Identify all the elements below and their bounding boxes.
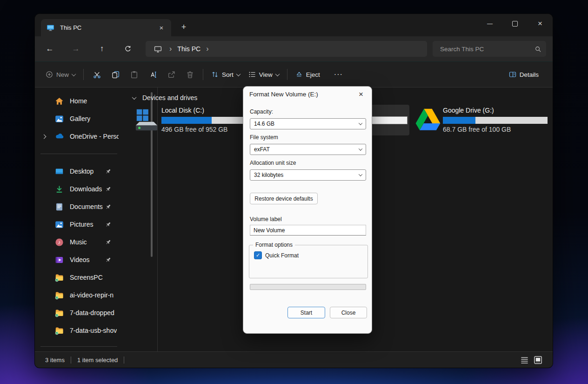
command-toolbar: New Sort View bbox=[35, 61, 553, 88]
drive-usage-fill bbox=[443, 117, 475, 124]
sidebar-item-7-data-dropped[interactable]: 7-data-dropped bbox=[35, 304, 123, 322]
status-divider bbox=[124, 357, 124, 364]
allocation-dropdown[interactable]: 32 kilobytes bbox=[250, 169, 366, 181]
sidebar-item-ai-video-repir[interactable]: ai-video-repir-n bbox=[35, 286, 123, 304]
new-tab-button[interactable]: + bbox=[177, 20, 191, 34]
synced-folder-icon bbox=[55, 309, 64, 317]
sidebar-item-label: Downloads bbox=[70, 185, 102, 193]
onedrive-cloud-icon bbox=[55, 132, 64, 141]
downloads-icon bbox=[55, 185, 64, 194]
this-pc-monitor-icon bbox=[47, 24, 54, 32]
paste-button[interactable] bbox=[125, 66, 143, 83]
sidebar-item-home[interactable]: Home bbox=[35, 92, 123, 110]
new-label: New bbox=[56, 71, 69, 78]
home-icon bbox=[55, 97, 64, 106]
dialog-close-icon[interactable]: × bbox=[356, 89, 366, 100]
forward-button[interactable]: → bbox=[67, 40, 84, 57]
maximize-button[interactable] bbox=[502, 14, 528, 34]
chevron-right-icon[interactable] bbox=[42, 134, 47, 139]
google-drive-icon bbox=[415, 107, 441, 132]
tab-this-pc[interactable]: This PC × bbox=[41, 19, 171, 36]
eject-button[interactable]: Eject bbox=[291, 66, 327, 83]
breadcrumb[interactable]: › This PC › bbox=[146, 41, 427, 57]
start-button[interactable]: Start bbox=[287, 307, 325, 318]
close-button[interactable]: × bbox=[528, 14, 553, 34]
documents-icon bbox=[55, 202, 64, 211]
more-options-button[interactable]: ··· bbox=[334, 70, 343, 79]
maximize-icon bbox=[512, 21, 518, 27]
sidebar-item-downloads[interactable]: Downloads bbox=[35, 180, 123, 198]
sidebar-item-label: Pictures bbox=[70, 221, 94, 228]
chevron-down-icon bbox=[236, 72, 241, 76]
capacity-label: Capacity: bbox=[250, 108, 273, 115]
details-button[interactable]: Details bbox=[505, 66, 546, 83]
copy-button[interactable] bbox=[106, 66, 125, 83]
back-button[interactable]: ← bbox=[41, 40, 58, 57]
new-button[interactable]: New bbox=[41, 66, 80, 83]
sidebar-item-music[interactable]: ♪ Music bbox=[35, 233, 123, 251]
eject-label: Eject bbox=[306, 71, 320, 78]
videos-icon bbox=[55, 256, 64, 264]
tab-title: This PC bbox=[60, 24, 156, 31]
capacity-dropdown[interactable]: 14.6 GB bbox=[250, 118, 366, 129]
status-bar: 3 items 1 item selected bbox=[35, 351, 553, 368]
delete-button[interactable] bbox=[180, 66, 199, 83]
section-title: Devices and drives bbox=[142, 94, 197, 101]
pin-icon bbox=[105, 256, 112, 263]
details-view-icon[interactable] bbox=[520, 356, 529, 364]
dialog-close-button[interactable]: Close bbox=[330, 307, 367, 318]
volume-label-input[interactable] bbox=[250, 225, 366, 236]
up-button[interactable]: ↑ bbox=[94, 40, 110, 57]
sidebar-item-label: 7-data-dropped bbox=[70, 309, 114, 317]
quick-format-label: Quick Format bbox=[265, 252, 299, 259]
toolbar-divider bbox=[83, 69, 84, 80]
sidebar-item-pictures[interactable]: Pictures bbox=[35, 216, 123, 233]
details-label: Details bbox=[520, 71, 539, 78]
quick-format-row[interactable]: ✓ Quick Format bbox=[254, 251, 299, 259]
volume-label-label: Volume label bbox=[250, 216, 282, 222]
sidebar-item-7-data-usb[interactable]: 7-data-usb-shov bbox=[35, 322, 123, 339]
capacity-value: 14.6 GB bbox=[254, 121, 274, 127]
cut-button[interactable] bbox=[87, 66, 106, 83]
quick-format-checkbox[interactable]: ✓ bbox=[254, 251, 262, 259]
sidebar-item-label: OneDrive - Perso bbox=[70, 133, 119, 140]
synced-folder-icon bbox=[55, 326, 64, 335]
sidebar-item-label: Music bbox=[70, 238, 87, 246]
dialog-title: Format New Volume (E:) bbox=[249, 91, 318, 98]
restore-defaults-button[interactable]: Restore device defaults bbox=[250, 193, 318, 204]
view-button[interactable]: View bbox=[244, 66, 283, 83]
view-label: View bbox=[259, 71, 273, 78]
drive-free-space: 68.7 GB free of 100 GB bbox=[443, 126, 511, 133]
sidebar-item-label: Desktop bbox=[70, 168, 94, 175]
chevron-down-icon bbox=[72, 72, 76, 76]
allocation-label: Allocation unit size bbox=[250, 160, 296, 166]
breadcrumb-this-pc[interactable]: This PC bbox=[177, 45, 200, 53]
sort-button[interactable]: Sort bbox=[207, 66, 244, 83]
pin-icon bbox=[105, 203, 112, 210]
sidebar-item-desktop[interactable]: Desktop bbox=[35, 162, 123, 180]
sidebar-item-screenspc[interactable]: ScreensPC bbox=[35, 269, 123, 286]
sidebar-item-onedrive[interactable]: OneDrive - Perso bbox=[35, 128, 123, 145]
drive-tile-google-drive-g[interactable]: Google Drive (G:) 68.7 GB free of 100 GB bbox=[414, 105, 548, 135]
drive-name: Google Drive (G:) bbox=[443, 107, 494, 114]
synced-folder-icon bbox=[55, 291, 64, 300]
search-input[interactable] bbox=[439, 45, 535, 53]
refresh-button[interactable] bbox=[120, 40, 136, 57]
windows-drive-icon bbox=[134, 107, 159, 132]
sidebar-item-videos[interactable]: Videos bbox=[35, 251, 123, 269]
rename-button[interactable] bbox=[143, 66, 162, 83]
section-devices-and-drives[interactable]: Devices and drives bbox=[133, 94, 197, 101]
large-icons-view-icon[interactable] bbox=[534, 356, 542, 364]
share-button[interactable] bbox=[162, 66, 180, 83]
this-pc-icon bbox=[154, 45, 162, 53]
sidebar-item-documents[interactable]: Documents bbox=[35, 198, 123, 216]
selected-count: 1 item selected bbox=[77, 357, 118, 364]
sidebar-item-gallery[interactable]: Gallery bbox=[35, 110, 123, 128]
tab-close-icon[interactable]: × bbox=[156, 23, 167, 33]
minimize-button[interactable]: — bbox=[477, 14, 502, 34]
filesystem-dropdown[interactable]: exFAT bbox=[250, 144, 366, 155]
paste-icon bbox=[130, 71, 138, 79]
refresh-icon bbox=[124, 45, 132, 53]
search-box[interactable] bbox=[433, 41, 546, 57]
trash-icon bbox=[186, 71, 194, 79]
